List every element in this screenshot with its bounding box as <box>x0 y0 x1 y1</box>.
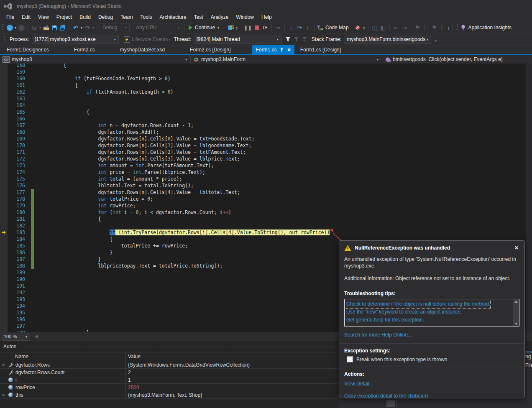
breakpoint-margin[interactable] <box>0 162 8 169</box>
code-line[interactable]: 183 if (int.TryParse(dgvfactor.Rows[i].C… <box>0 229 532 236</box>
scroll-up-icon[interactable] <box>514 301 518 303</box>
breakpoint-margin[interactable] <box>0 82 8 89</box>
breakpoint-margin[interactable] <box>0 289 8 296</box>
undo-dropdown[interactable]: ▾ <box>81 26 82 30</box>
menu-item-architecture[interactable]: Architecture <box>156 13 190 22</box>
breakpoint-margin[interactable] <box>0 95 8 102</box>
toolbar-grip[interactable] <box>457 24 459 31</box>
stop-debugging-button[interactable] <box>253 23 261 32</box>
menu-item-window[interactable]: Window <box>232 13 258 22</box>
tip-link-1[interactable]: Check to determine if the object is null… <box>346 300 490 308</box>
breakpoint-margin[interactable] <box>0 263 8 269</box>
column-header-name[interactable]: Name <box>0 354 125 360</box>
code-line[interactable]: 175 int total = (amount * price); <box>0 176 532 182</box>
menu-item-edit[interactable]: Edit <box>18 13 34 22</box>
breakpoint-margin[interactable] <box>0 242 8 249</box>
toolbar-grip[interactable] <box>3 36 5 43</box>
break-on-throw-checkbox[interactable] <box>347 356 353 362</box>
breakpoint-margin[interactable] <box>0 196 8 202</box>
breakpoint-margin[interactable] <box>0 283 8 289</box>
tips-scrollbar[interactable] <box>513 299 519 326</box>
open-file-button[interactable] <box>42 23 50 32</box>
code-line[interactable]: 174 int price = int.Parse(lblprice.Text)… <box>0 169 532 176</box>
tab-form1-cs[interactable]: Form1.cs✕ <box>252 45 294 54</box>
menu-item-help[interactable]: Help <box>258 13 276 22</box>
thread-combo[interactable]: [9824] Main Thread▾ <box>194 35 281 44</box>
code-line[interactable]: 161 { <box>0 82 532 89</box>
scroll-down-icon[interactable] <box>514 323 518 325</box>
tab-form2-cs[interactable]: Form2.cs <box>71 45 98 54</box>
toolbar-grip[interactable] <box>2 24 4 31</box>
column-divider[interactable] <box>125 352 126 361</box>
close-icon[interactable]: ✕ <box>514 245 519 251</box>
step-into-button[interactable]: ↓ <box>287 23 295 32</box>
code-line[interactable]: 172 dgvfactor.Rows[n].Cells[3].Value = l… <box>0 156 532 162</box>
navigate-backward-button[interactable]: ← <box>6 23 13 32</box>
undo-button[interactable]: ↶ <box>72 23 79 32</box>
delete-breakpoints-button[interactable] <box>354 23 361 32</box>
breakpoint-margin[interactable] <box>0 142 8 149</box>
menu-item-tools[interactable]: Tools <box>137 13 156 22</box>
breakpoint-margin[interactable] <box>0 129 8 135</box>
breakpoint-margin[interactable] <box>0 216 8 222</box>
menu-item-project[interactable]: Project <box>53 13 76 22</box>
breakpoint-margin[interactable] <box>0 182 8 189</box>
breakpoint-margin[interactable] <box>0 122 8 129</box>
editor-zoom-combo[interactable]: 100 %▾ <box>2 333 30 341</box>
code-line[interactable]: 166 <box>0 115 532 122</box>
breakpoint-margin[interactable] <box>0 69 8 75</box>
breakpoint-margin[interactable] <box>0 109 8 115</box>
scrollbar-thumb-fragment[interactable] <box>386 400 395 407</box>
break-all-button[interactable]: ❚❚ <box>244 23 252 32</box>
code-line[interactable]: 176 lbltotal.Text = total.ToString(); <box>0 182 532 189</box>
tab-form1-cs-design-[interactable]: Form1.cs [Design] <box>297 45 344 54</box>
save-button[interactable] <box>51 23 58 32</box>
breakpoint-margin[interactable] <box>0 75 8 82</box>
action-link-1[interactable]: View Detail... <box>344 380 519 388</box>
breakpoint-margin[interactable] <box>0 316 8 323</box>
code-line[interactable]: 164 <box>0 102 532 109</box>
member-dropdown[interactable]: btninsertgoods_Click(object sender, Even… <box>382 55 532 64</box>
diagnostic-tools-button[interactable] <box>227 23 234 32</box>
menu-item-view[interactable]: View <box>34 13 53 22</box>
code-line[interactable]: 179 int rowPrice; <box>0 202 532 209</box>
type-dropdown[interactable]: myshop3.MainForm ▾ <box>191 55 382 64</box>
breakpoint-margin[interactable] <box>0 135 8 142</box>
save-all-button[interactable] <box>59 23 66 32</box>
code-line[interactable]: 168 dgvfactor.Rows.Add(); <box>0 129 532 135</box>
breakpoint-margin[interactable] <box>0 115 8 122</box>
code-line[interactable]: 182 <box>0 222 532 229</box>
menu-item-build[interactable]: Build <box>76 13 95 22</box>
breakpoint-margin[interactable] <box>0 329 8 332</box>
navigate-back-dropdown[interactable]: ▾ <box>15 26 16 30</box>
code-line[interactable]: 177 dgvfactor.Rows[n].Cells[4].Value = l… <box>0 189 532 196</box>
breakpoint-margin[interactable] <box>0 102 8 109</box>
code-line[interactable]: 163 <box>0 95 532 102</box>
code-line[interactable]: 171 dgvfactor.Rows[n].Cells[2].Value = t… <box>0 149 532 156</box>
menu-item-team[interactable]: Team <box>117 13 136 22</box>
breakpoint-margin[interactable] <box>0 89 8 95</box>
continue-button[interactable]: Continue ▾ <box>187 25 222 31</box>
breakpoint-margin[interactable] <box>0 176 8 182</box>
current-statement-arrow-icon[interactable] <box>0 229 8 236</box>
code-line[interactable]: 181 { <box>0 216 532 222</box>
breakpoint-margin[interactable] <box>0 296 8 303</box>
hscroll-left-arrow[interactable] <box>35 335 38 338</box>
code-line[interactable]: 169 dgvfactor.Rows[n].Cells[0].Value = t… <box>0 135 532 142</box>
tab-form1-designer-cs[interactable]: Form1.Designer.cs <box>3 45 52 54</box>
tab-myshopdataset-xsd[interactable]: myshopDataSet.xsd <box>117 45 168 54</box>
toolbar-overflow-dropdown[interactable]: ▾ <box>236 27 238 31</box>
step-over-button[interactable]: ↷ <box>296 23 303 32</box>
code-line[interactable]: 173 int amount = int.Parse(txtFAmount.Te… <box>0 162 532 169</box>
code-line[interactable]: 158 { <box>0 64 532 69</box>
close-icon[interactable]: ✕ <box>287 47 291 53</box>
breakpoint-margin[interactable] <box>0 256 8 263</box>
pin-icon[interactable] <box>280 48 284 52</box>
action-link-2[interactable]: Copy exception detail to the clipboard <box>344 392 519 398</box>
menu-item-debug[interactable]: Debug <box>95 13 117 22</box>
tab-form2-cs-design-[interactable]: Form2.cs [Design] <box>187 45 234 54</box>
breakpoint-margin[interactable] <box>0 149 8 156</box>
breakpoint-margin[interactable] <box>0 309 8 316</box>
menu-item-test[interactable]: Test <box>190 13 207 22</box>
stack-frame-combo[interactable]: myshop3.MainForm.btninsertgoods_Click▾ <box>344 35 431 44</box>
